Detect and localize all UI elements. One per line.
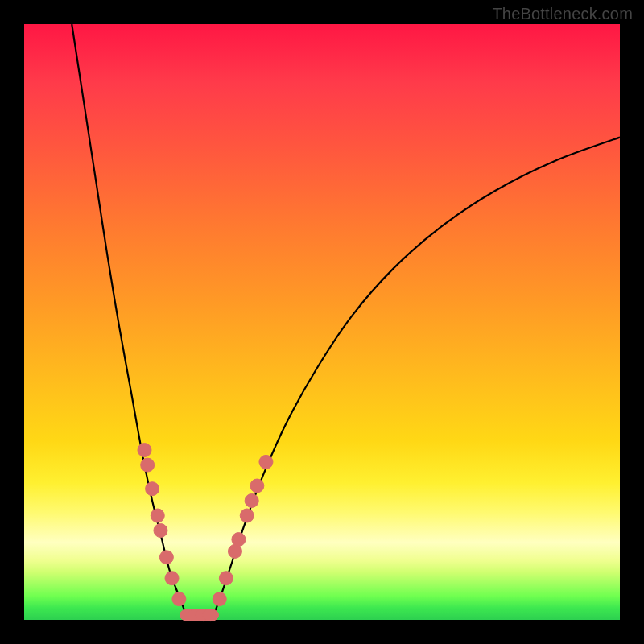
data-point: [172, 592, 186, 606]
data-point: [165, 572, 179, 585]
data-point: [219, 572, 233, 585]
data-point-oval: [203, 609, 219, 621]
data-point: [159, 551, 173, 564]
data-point: [151, 509, 164, 522]
data-point: [146, 482, 159, 496]
data-point: [250, 479, 264, 493]
bottom-cluster: [180, 609, 219, 621]
plot-area: [24, 24, 620, 620]
data-point: [245, 494, 258, 508]
data-point: [138, 444, 151, 457]
chart-svg: [24, 24, 620, 620]
left-branch-curve: [72, 24, 188, 620]
markers-left: [138, 444, 186, 606]
right-branch-curve: [212, 138, 620, 620]
data-point: [240, 509, 254, 522]
data-point: [232, 533, 246, 547]
chart-frame: TheBottleneck.com: [0, 0, 644, 644]
watermark-text: TheBottleneck.com: [492, 5, 633, 23]
data-point: [141, 458, 155, 472]
data-point: [259, 455, 273, 469]
data-point: [213, 592, 226, 606]
data-point: [154, 524, 167, 538]
